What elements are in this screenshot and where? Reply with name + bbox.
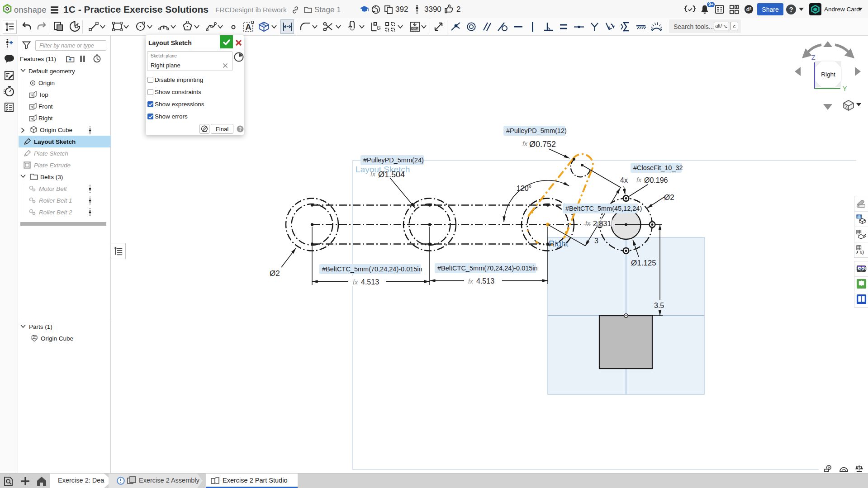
svg-text:#BeltCTC_5mm(45,12,24): #BeltCTC_5mm(45,12,24)	[565, 205, 642, 212]
svg-text:2.831: 2.831	[593, 220, 611, 227]
svg-text:#CloseFit_10_32: #CloseFit_10_32	[633, 164, 683, 171]
svg-text:#PulleyPD_5mm(24): #PulleyPD_5mm(24)	[363, 156, 424, 164]
svg-text:#BeltCTC_5mm(70,24,24)-0.015in: #BeltCTC_5mm(70,24,24)-0.015in	[437, 265, 538, 272]
svg-text:120°: 120°	[517, 185, 531, 192]
svg-text:Ø2: Ø2	[270, 269, 280, 278]
svg-text:?: ?	[789, 5, 793, 13]
svg-text:Right: Right	[549, 239, 568, 248]
svg-text:A: A	[246, 23, 251, 32]
svg-text:4x: 4x	[620, 176, 628, 184]
svg-text:4.513: 4.513	[361, 278, 379, 286]
svg-text:4.513: 4.513	[476, 277, 494, 285]
svg-text:fx: fx	[636, 176, 642, 184]
svg-text:fx: fx	[585, 220, 591, 227]
svg-text:fx: fx	[370, 171, 376, 178]
svg-text:#BeltCTC_5mm(70,24,24)-0.015in: #BeltCTC_5mm(70,24,24)-0.015in	[322, 265, 422, 273]
svg-text:fx: fx	[522, 140, 528, 147]
svg-text:Ø1.125: Ø1.125	[631, 259, 656, 267]
svg-text:Ø0.752: Ø0.752	[529, 140, 556, 149]
svg-text:fx: fx	[353, 279, 358, 286]
svg-text:Ø1.504: Ø1.504	[378, 170, 405, 179]
svg-text:fx: fx	[468, 278, 474, 285]
svg-text:Ø2: Ø2	[664, 193, 674, 202]
svg-text:d²: d²	[746, 6, 752, 13]
svg-text:3.5: 3.5	[654, 302, 664, 309]
svg-text:Ø0.196: Ø0.196	[644, 176, 668, 184]
svg-text:?: ?	[239, 126, 242, 132]
svg-text:#PulleyPD_5mm(12): #PulleyPD_5mm(12)	[506, 127, 567, 134]
svg-text:DXF: DXF	[412, 27, 418, 30]
svg-text:3: 3	[594, 237, 598, 245]
